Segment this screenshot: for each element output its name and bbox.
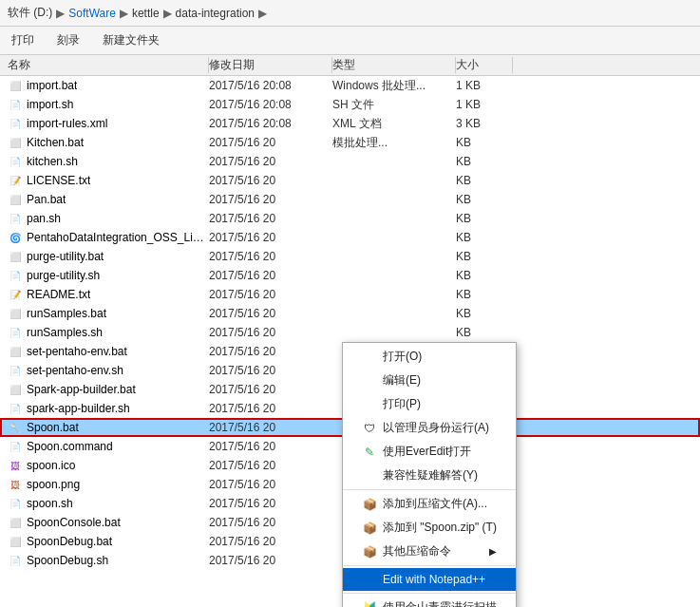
file-date: 2017/5/16 20 — [209, 155, 332, 168]
file-type-icon: 📝 — [8, 287, 23, 302]
context-menu-item-compat-help[interactable]: 兼容性疑难解答(Y) — [343, 464, 516, 487]
file-date: 2017/5/16 20 — [209, 174, 332, 187]
context-menu-item-open[interactable]: 打开(O) — [343, 345, 516, 369]
file-size: KB — [456, 307, 513, 320]
file-date: 2017/5/16 20:08 — [209, 98, 332, 111]
file-size: KB — [456, 326, 513, 339]
table-row[interactable]: 📄 import.sh 2017/5/16 20:08 SH 文件 1 KB — [0, 95, 700, 114]
col-header-date[interactable]: 修改日期 — [209, 57, 332, 73]
file-type-icon: ⬜ — [8, 534, 23, 549]
table-row[interactable]: 🌀 PentahoDataIntegration_OSS_License... … — [0, 228, 700, 247]
context-menu-item-edit-notepad[interactable]: N+Edit with Notepad++ — [343, 568, 516, 591]
table-row[interactable]: 📄 purge-utility.sh 2017/5/16 20 KB — [0, 266, 700, 285]
col-header-name[interactable]: 名称 — [0, 57, 209, 73]
file-type-icon: ⬜ — [8, 344, 23, 359]
file-date: 2017/5/16 20 — [209, 440, 332, 453]
file-size: 3 KB — [456, 117, 513, 130]
file-date: 2017/5/16 20 — [209, 516, 332, 529]
zip-icon: 📦 — [362, 521, 377, 536]
file-size: KB — [456, 212, 513, 225]
context-menu-item-run-as-admin[interactable]: 🛡以管理员身份运行(A) — [343, 416, 516, 440]
file-name: SpoonConsole.bat — [27, 516, 121, 529]
file-type-icon: 📄 — [8, 211, 23, 226]
context-menu-item-add-spoon-zip[interactable]: 📦添加到 "Spoon.zip" (T) — [343, 516, 516, 540]
file-type-icon: 📄 — [8, 363, 23, 378]
context-menu-item-jinshan-scan[interactable]: 🔰使用金山毒霸进行扫描 — [343, 596, 516, 607]
file-date: 2017/5/16 20 — [209, 212, 332, 225]
file-size: 1 KB — [456, 79, 513, 92]
file-type-icon: 🖼 — [8, 458, 23, 473]
file-date: 2017/5/16 20 — [209, 459, 332, 472]
table-row[interactable]: 📄 import-rules.xml 2017/5/16 20:08 XML 文… — [0, 114, 700, 133]
context-menu-item-ever-edit[interactable]: ✎使用EverEdit打开 — [343, 440, 516, 464]
col-header-type[interactable]: 类型 — [332, 57, 456, 73]
context-menu-item-edit[interactable]: 编辑(E) — [343, 369, 516, 392]
file-type-icon: 🥄 — [8, 420, 23, 435]
file-type-icon: 📄 — [8, 496, 23, 511]
file-date: 2017/5/16 20:08 — [209, 117, 332, 130]
file-name: set-pentaho-env.bat — [27, 345, 127, 358]
file-name: import.bat — [27, 79, 77, 92]
file-type-icon: ⬜ — [8, 382, 23, 397]
file-name: import-rules.xml — [27, 117, 107, 130]
file-name: SpoonDebug.bat — [27, 535, 112, 548]
file-type-icon: ⬜ — [8, 192, 23, 207]
file-type-icon: 📄 — [8, 154, 23, 169]
breadcrumb-sep1: ▶ — [56, 7, 65, 20]
table-row[interactable]: ⬜ runSamples.bat 2017/5/16 20 KB — [0, 304, 700, 323]
file-name: README.txt — [27, 288, 90, 301]
context-menu-item-other-zip[interactable]: 📦其他压缩命令▶ — [343, 540, 516, 563]
table-row[interactable]: ⬜ purge-utility.bat 2017/5/16 20 KB — [0, 247, 700, 266]
table-row[interactable]: ⬜ Kitchen.bat 2017/5/16 20 模批处理... KB — [0, 133, 700, 152]
submenu-arrow: ▶ — [489, 546, 497, 557]
file-date: 2017/5/16 20 — [209, 345, 332, 358]
file-date: 2017/5/16 20 — [209, 269, 332, 282]
table-row[interactable]: 📄 pan.sh 2017/5/16 20 KB — [0, 209, 700, 228]
file-date: 2017/5/16 20 — [209, 250, 332, 263]
table-row[interactable]: 📝 LICENSE.txt 2017/5/16 20 KB — [0, 171, 700, 190]
context-menu-item-print[interactable]: 打印(P) — [343, 392, 516, 416]
file-date: 2017/5/16 20 — [209, 535, 332, 548]
file-type-icon: 📄 — [8, 97, 23, 112]
table-row[interactable]: 📄 kitchen.sh 2017/5/16 20 KB — [0, 152, 700, 171]
context-menu: 打开(O)编辑(E)打印(P)🛡以管理员身份运行(A)✎使用EverEdit打开… — [342, 342, 517, 607]
everedit-icon: ✎ — [362, 445, 377, 460]
file-type-icon: 📄 — [8, 116, 23, 131]
breadcrumb-sep4: ▶ — [258, 7, 267, 20]
table-row[interactable]: ⬜ Pan.bat 2017/5/16 20 KB — [0, 190, 700, 209]
shield-icon: 🛡 — [362, 421, 377, 436]
file-name: spark-app-builder.sh — [27, 402, 130, 415]
file-name: pan.sh — [27, 212, 61, 225]
breadcrumb-data-integration[interactable]: data-integration — [176, 7, 255, 20]
file-size: KB — [456, 155, 513, 168]
table-row[interactable]: 📝 README.txt 2017/5/16 20 KB — [0, 285, 700, 304]
burn-button[interactable]: 刻录 — [53, 30, 84, 50]
print-button[interactable]: 打印 — [8, 30, 38, 50]
menu-icon — [362, 373, 377, 389]
file-type-icon: 📄 — [8, 439, 23, 454]
table-row[interactable]: 📄 runSamples.sh 2017/5/16 20 KB — [0, 323, 700, 342]
new-folder-button[interactable]: 新建文件夹 — [99, 30, 163, 50]
table-row[interactable]: ⬜ import.bat 2017/5/16 20:08 Windows 批处理… — [0, 76, 700, 95]
col-header-size[interactable]: 大小 — [456, 57, 513, 73]
file-name: PentahoDataIntegration_OSS_License... — [27, 231, 209, 244]
file-type-icon: 📄 — [8, 553, 23, 568]
zip-icon: 📦 — [362, 497, 377, 512]
context-menu-item-add-zip[interactable]: 📦添加到压缩文件(A)... — [343, 492, 516, 516]
address-bar: 软件 (D:) ▶ SoftWare ▶ kettle ▶ data-integ… — [0, 0, 700, 27]
file-date: 2017/5/16 20 — [209, 364, 332, 377]
file-size: KB — [456, 250, 513, 263]
file-size: KB — [456, 269, 513, 282]
breadcrumb-kettle[interactable]: kettle — [132, 7, 160, 20]
breadcrumb-root[interactable]: 软件 (D:) — [8, 5, 52, 21]
file-type-icon: ⬜ — [8, 515, 23, 530]
toolbar: 打印 刻录 新建文件夹 — [0, 27, 700, 55]
file-date: 2017/5/16 20 — [209, 402, 332, 415]
file-date: 2017/5/16 20 — [209, 307, 332, 320]
file-size: KB — [456, 231, 513, 244]
breadcrumb-software[interactable]: SoftWare — [68, 7, 116, 20]
context-menu-label: 打开(O) — [383, 349, 422, 365]
file-name: spoon.png — [27, 478, 80, 491]
file-date: 2017/5/16 20 — [209, 193, 332, 206]
breadcrumb-sep2: ▶ — [120, 7, 128, 20]
